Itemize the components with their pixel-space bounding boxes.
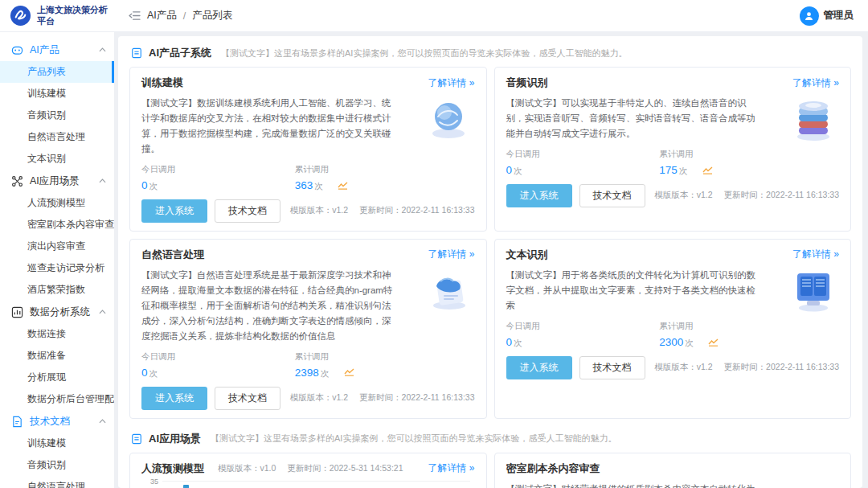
- total-calls-label: 累计调用: [659, 321, 813, 332]
- enter-system-button[interactable]: 进入系统: [506, 184, 572, 207]
- sidebar-item-data-connect[interactable]: 数据连接: [0, 323, 114, 345]
- total-calls-value: 2300: [659, 336, 683, 348]
- trend-icon[interactable]: [338, 182, 348, 190]
- detail-link[interactable]: 了解详情 »: [428, 248, 474, 261]
- section-subtitle: 【测试文字】这里有场景多样的AI实操案例，您可以按照页面的导览来实际体验，感受人…: [221, 47, 627, 59]
- card-title: 训练建模: [141, 76, 183, 90]
- enter-system-button[interactable]: 进入系统: [141, 199, 207, 223]
- sidebar-group-ai-scenes[interactable]: AI应用场景: [0, 170, 114, 192]
- sidebar-group-data-analysis[interactable]: 数据分析系统: [0, 301, 114, 323]
- sidebar-item-backend-config[interactable]: 数据分析后台管理配置: [0, 388, 114, 410]
- crowd-chart-plot: 05101520253035: [162, 482, 470, 488]
- sidebar-item-doc-training[interactable]: 训练建模: [0, 433, 114, 454]
- section-ai-products-header: AI产品子系统 【测试文字】这里有场景多样的AI实操案例，您可以按照页面的导览来…: [129, 43, 851, 67]
- tech-docs-button[interactable]: 技术文档: [579, 184, 645, 207]
- unit-label: 次: [314, 181, 323, 191]
- unit-label: 次: [149, 368, 158, 378]
- detail-link[interactable]: 了解详情 »: [428, 76, 474, 90]
- sidebar-group-tech-docs[interactable]: 技术文档: [0, 410, 114, 433]
- card-description: 【测试文字】对经营者提供的纸质剧本杀内容文本自动转化为电子版内容，并识别其中敏感…: [506, 482, 840, 488]
- nlp-illustration: [427, 270, 472, 310]
- total-calls-label: 累计调用: [295, 164, 448, 175]
- sidebar-item-data-prepare[interactable]: 数据准备: [0, 345, 114, 367]
- enter-system-button[interactable]: 进入系统: [506, 356, 572, 379]
- card-script-review: 密室剧本杀内容审查 【测试文字】对经营者提供的纸质剧本杀内容文本自动转化为电子版…: [494, 453, 852, 488]
- sidebar-item-patrol-analysis[interactable]: 巡查走访记录分析: [0, 257, 114, 279]
- card-title: 自然语言处理: [141, 248, 204, 262]
- sidebar-item-training-modeling[interactable]: 训练建模: [0, 83, 114, 105]
- main-area: AI产品子系统 【测试文字】这里有场景多样的AI实操案例，您可以按照页面的导览来…: [114, 32, 868, 488]
- today-calls-value: 0: [506, 164, 513, 176]
- today-calls-label: 今日调用: [141, 164, 295, 175]
- chevron-up-icon[interactable]: [99, 178, 106, 183]
- breadcrumb-section[interactable]: AI产品: [147, 9, 177, 23]
- detail-link[interactable]: 了解详情 »: [792, 248, 839, 261]
- section-title: AI产品子系统: [149, 46, 211, 60]
- today-calls-value: 0: [141, 179, 148, 191]
- user-avatar[interactable]: [800, 6, 819, 26]
- trend-icon[interactable]: [708, 338, 719, 347]
- version-meta: 模版版本：v1.2: [654, 190, 712, 201]
- user-menu[interactable]: 管理员: [800, 6, 868, 26]
- unit-label: 次: [514, 338, 522, 347]
- card-nlp: 自然语言处理 了解详情 » 【测试文字】自然语言处理系统是基于最新深度学习技术和…: [129, 239, 487, 419]
- sidebar-group-label: 技术文档: [30, 415, 70, 429]
- sidebar-item-product-list[interactable]: 产品列表: [0, 61, 114, 83]
- tech-docs-button[interactable]: 技术文档: [579, 356, 645, 379]
- sidebar-item-crowd-model[interactable]: 人流预测模型: [0, 192, 114, 214]
- total-calls-value: 175: [659, 164, 678, 176]
- updated-meta: 更新时间：2022-5-31 14:53:21: [287, 463, 403, 474]
- sidebar-item-hotel-index[interactable]: 酒店繁荣指数: [0, 279, 114, 301]
- app-logo-block[interactable]: 上海文旅决策分析平台: [0, 5, 119, 27]
- trend-icon[interactable]: [344, 368, 354, 376]
- content-panel: AI产品子系统 【测试文字】这里有场景多样的AI实操案例，您可以按照页面的导览来…: [118, 36, 862, 488]
- trend-icon[interactable]: [702, 166, 713, 174]
- card-title: 人流预测模型: [141, 461, 204, 476]
- updated-meta: 更新时间：2022-2-11 16:13:33: [359, 392, 474, 404]
- robot-icon: [11, 44, 23, 56]
- sidebar-group-label: AI产品: [30, 43, 59, 57]
- section-doc-icon: [131, 47, 142, 59]
- breadcrumb-separator: /: [183, 10, 186, 22]
- chart-bar: [183, 485, 189, 488]
- person-icon: [804, 10, 814, 21]
- sidebar-item-analysis-display[interactable]: 分析展现: [0, 367, 114, 388]
- tech-docs-button[interactable]: 技术文档: [215, 199, 280, 223]
- sidebar-item-nlp[interactable]: 自然语言处理: [0, 126, 114, 148]
- top-header: 上海文旅决策分析平台 AI产品 / 产品列表 管理员: [0, 0, 868, 32]
- collapse-menu-icon[interactable]: [129, 10, 141, 21]
- sidebar-item-audio-recognition[interactable]: 音频识别: [0, 105, 114, 126]
- unit-label: 次: [679, 166, 688, 175]
- unit-label: 次: [321, 368, 330, 378]
- section-ai-scenes-header: AI应用场景 【测试文字】这里有场景多样的AI实操案例，您可以按照页面的导览来实…: [129, 429, 851, 453]
- card-title: 音频识别: [506, 76, 548, 90]
- card-description: 【测试文字】用于将各类纸质的文件转化为计算机可识别的数字文档，并从中提取出文字要…: [506, 268, 840, 314]
- enter-system-button[interactable]: 进入系统: [141, 387, 207, 410]
- sidebar: AI产品 产品列表 训练建模 音频识别 自然语言处理 文本识别 AI应用场景 人…: [0, 32, 114, 488]
- sidebar-group-ai-products[interactable]: AI产品: [0, 39, 114, 61]
- sidebar-item-doc-audio[interactable]: 音频识别: [0, 454, 114, 476]
- sidebar-item-doc-nlp[interactable]: 自然语言处理: [0, 476, 114, 488]
- today-calls-label: 今日调用: [506, 149, 660, 160]
- version-meta: 模版版本：v1.0: [218, 463, 276, 474]
- tech-docs-button[interactable]: 技术文档: [215, 387, 280, 410]
- sidebar-item-show-review[interactable]: 演出内容审查: [0, 236, 114, 257]
- sidebar-item-script-review[interactable]: 密室剧本杀内容审查: [0, 214, 114, 236]
- detail-link[interactable]: 了解详情 »: [792, 76, 839, 90]
- section-doc-icon: [131, 433, 142, 445]
- today-calls-label: 今日调用: [141, 351, 295, 363]
- detail-link[interactable]: 了解详情 »: [428, 461, 474, 475]
- card-description: 【测试文字】可以实现基于非特定人的、连续自然语音的识别，实现语音听写、音频转写、…: [506, 96, 840, 141]
- chevron-up-icon[interactable]: [99, 419, 106, 424]
- card-crowd-model: 人流预测模型 模版版本：v1.0 更新时间：2022-5-31 14:53:21…: [129, 453, 487, 488]
- app-logo-icon: [10, 5, 31, 27]
- total-calls-label: 累计调用: [295, 351, 448, 363]
- version-meta: 模版版本：v1.2: [654, 362, 712, 373]
- card-description: 【测试文字】自然语言处理系统是基于最新深度学习技术和神经网络，提取海量文本数据的…: [141, 268, 475, 344]
- unit-label: 次: [149, 181, 158, 191]
- sidebar-item-text-recognition[interactable]: 文本识别: [0, 148, 114, 170]
- chevron-up-icon[interactable]: [99, 310, 106, 314]
- card-audio-recognition: 音频识别 了解详情 » 【测试文字】可以实现基于非特定人的、连续自然语音的识别，…: [494, 67, 852, 232]
- updated-meta: 更新时间：2022-2-11 16:13:33: [724, 190, 839, 201]
- chevron-up-icon[interactable]: [99, 47, 106, 52]
